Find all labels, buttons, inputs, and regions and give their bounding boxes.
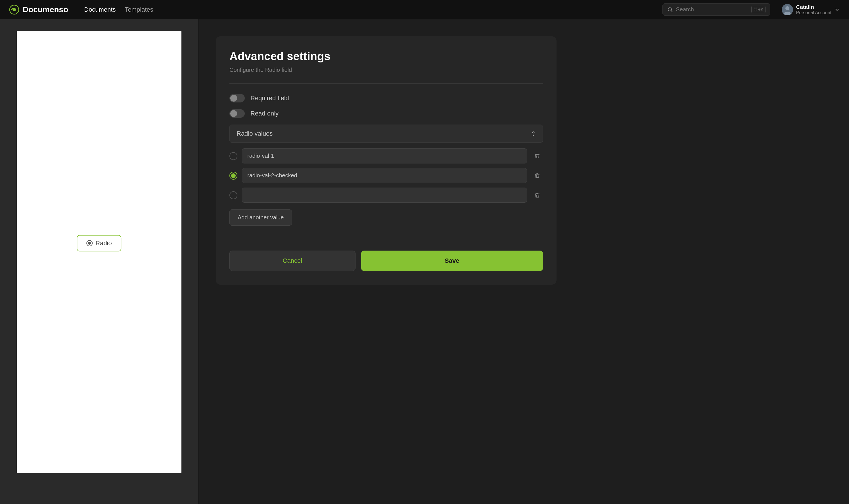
trash-icon <box>534 153 541 159</box>
radio-value-row <box>229 187 543 203</box>
required-field-label: Required field <box>250 94 289 102</box>
radio-value-row <box>229 148 543 163</box>
add-another-value-button[interactable]: Add another value <box>229 210 292 226</box>
radio-option-2[interactable] <box>229 172 237 180</box>
user-name: Catalin <box>796 4 831 10</box>
avatar <box>782 4 793 15</box>
panel-title: Advanced settings <box>229 50 543 63</box>
navbar: Documenso Documents Templates ⌘+K Catali… <box>0 0 849 19</box>
search-bar[interactable]: ⌘+K <box>662 3 770 16</box>
user-info: Catalin Personal Account <box>796 4 831 15</box>
delete-value-1-button[interactable] <box>532 150 543 162</box>
panel-container: Advanced settings Configure the Radio fi… <box>216 36 556 285</box>
nav-documents[interactable]: Documents <box>84 6 116 13</box>
radio-value-input-1[interactable] <box>242 148 527 163</box>
trash-icon <box>534 192 541 198</box>
radio-value-row <box>229 168 543 183</box>
logo-text: Documenso <box>23 5 68 14</box>
doc-pane: Radio <box>0 19 199 504</box>
nav-templates[interactable]: Templates <box>125 6 153 13</box>
save-button[interactable]: Save <box>361 251 543 271</box>
read-only-row: Read only <box>229 109 543 118</box>
read-only-toggle[interactable] <box>229 109 245 118</box>
radio-option-1[interactable] <box>229 152 237 160</box>
trash-icon <box>534 173 541 179</box>
svg-point-4 <box>785 6 789 10</box>
user-area[interactable]: Catalin Personal Account <box>782 4 840 15</box>
radio-values-title: Radio values <box>236 130 272 137</box>
search-icon <box>667 7 673 13</box>
radio-value-input-3[interactable] <box>242 187 527 203</box>
main-layout: Radio Advanced settings Configure the Ra… <box>0 19 849 504</box>
settings-panel: Advanced settings Configure the Radio fi… <box>199 19 849 504</box>
radio-value-input-2[interactable] <box>242 168 527 183</box>
nav-links: Documents Templates <box>84 6 153 13</box>
read-only-label: Read only <box>250 110 279 117</box>
delete-value-3-button[interactable] <box>532 190 543 201</box>
search-input[interactable] <box>676 6 748 13</box>
logo-icon <box>9 4 19 15</box>
radio-values-header[interactable]: Radio values ⇧ <box>229 125 543 143</box>
doc-paper: Radio <box>17 31 181 473</box>
radio-field-widget[interactable]: Radio <box>77 235 121 251</box>
radio-values-chevron-up-icon: ⇧ <box>531 130 536 137</box>
chevron-down-icon <box>834 7 840 13</box>
delete-value-2-button[interactable] <box>532 170 543 181</box>
search-shortcut: ⌘+K <box>751 6 765 13</box>
logo[interactable]: Documenso <box>9 4 68 15</box>
radio-option-3[interactable] <box>229 191 237 199</box>
panel-footer: Cancel Save <box>229 251 543 271</box>
required-field-row: Required field <box>229 94 543 103</box>
radio-widget-label: Radio <box>95 239 111 247</box>
user-account: Personal Account <box>796 10 831 15</box>
panel-subtitle: Configure the Radio field <box>229 67 543 73</box>
required-field-toggle[interactable] <box>229 94 245 103</box>
cancel-button[interactable]: Cancel <box>229 251 355 271</box>
radio-widget-icon <box>86 240 92 246</box>
svg-point-2 <box>668 8 672 11</box>
